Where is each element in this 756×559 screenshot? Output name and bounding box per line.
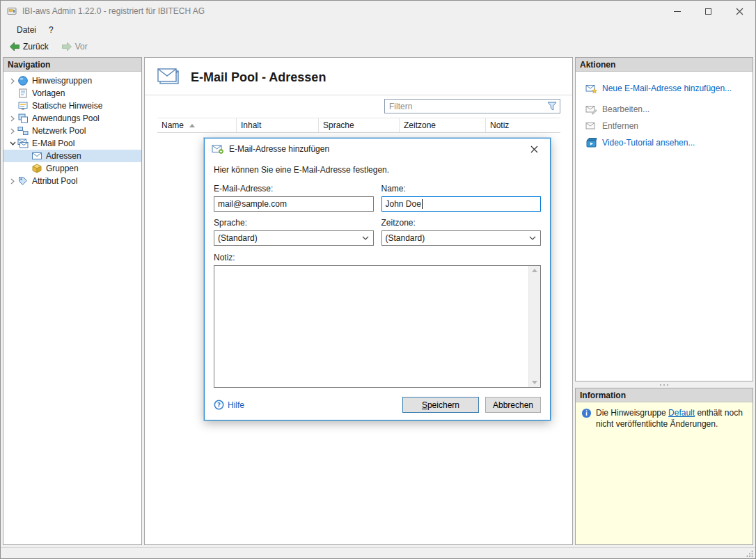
- name-label: Name:: [381, 184, 542, 194]
- help-link[interactable]: ? Hilfe: [214, 400, 244, 410]
- nav-item-hinweisgruppen[interactable]: Hinweisgruppen: [3, 74, 141, 87]
- remove-email-icon: [585, 120, 597, 132]
- app-icon: [6, 6, 17, 17]
- dialog-footer: ? Hilfe Speichern Abbrechen: [214, 397, 541, 413]
- statusbar: [1, 547, 755, 558]
- close-button[interactable]: [724, 1, 755, 22]
- minimize-icon: [674, 11, 681, 12]
- forward-label: Vor: [75, 42, 88, 52]
- nav-item-vorlagen[interactable]: Vorlagen: [3, 87, 141, 100]
- column-header-notiz[interactable]: Notiz: [486, 118, 560, 132]
- help-circle-icon: ?: [214, 400, 224, 410]
- addresses-icon: [31, 150, 42, 162]
- chevron-right-icon[interactable]: [8, 128, 17, 134]
- menu-help[interactable]: ?: [42, 23, 60, 37]
- email-pool-icon: [17, 138, 29, 149]
- templates-icon: [17, 88, 29, 99]
- dialog-titlebar[interactable]: E-Mail-Adresse hinzufügen: [205, 139, 550, 159]
- default-group-link[interactable]: Default: [668, 408, 695, 418]
- panel-splitter-handle[interactable]: [575, 381, 753, 388]
- forward-arrow-icon: [61, 42, 72, 52]
- edit-email-icon: [585, 104, 597, 115]
- cancel-button[interactable]: Abbrechen: [485, 397, 541, 413]
- toolbar: Zurück Vor: [1, 38, 755, 55]
- information-panel: Information Die Hinweisgruppe Default en…: [575, 388, 753, 545]
- nav-item-statische-hinweise[interactable]: Statische Hinweise: [3, 100, 141, 112]
- save-button[interactable]: Speichern: [402, 397, 479, 413]
- scroll-down-icon[interactable]: [532, 381, 537, 384]
- name-field[interactable]: John Doe: [381, 196, 542, 212]
- note-textarea[interactable]: [214, 266, 528, 387]
- language-dropdown[interactable]: (Standard): [214, 230, 374, 246]
- titlebar[interactable]: IBI-aws Admin 1.22.0 - registriert für I…: [1, 1, 755, 22]
- info-circle-icon: [581, 408, 592, 418]
- chevron-right-icon[interactable]: [8, 78, 17, 84]
- chevron-down-icon[interactable]: [8, 141, 17, 146]
- note-field-group: Notiz:: [214, 253, 541, 388]
- nav-item-gruppen[interactable]: Gruppen: [3, 162, 141, 175]
- note-label: Notiz:: [214, 253, 541, 262]
- maximize-button[interactable]: [693, 1, 724, 22]
- action-video-tutorial[interactable]: Video-Tutorial ansehen...: [583, 134, 753, 151]
- action-entfernen: Entfernen: [583, 118, 753, 134]
- nav-item-adressen[interactable]: Adressen: [3, 150, 141, 162]
- chevron-right-icon[interactable]: [8, 116, 17, 122]
- close-icon: [736, 8, 743, 15]
- static-hints-icon: [17, 100, 29, 111]
- filter-box: [384, 99, 560, 113]
- dialog-description: Hier können Sie eine E-Mail-Adresse fest…: [214, 165, 541, 175]
- language-field-group: Sprache: (Standard): [214, 218, 374, 246]
- information-body: Die Hinweisgruppe Default enthält noch n…: [576, 402, 753, 544]
- maximize-icon: [705, 8, 711, 15]
- email-field[interactable]: mail@sample.com: [214, 196, 374, 212]
- filter-input[interactable]: [389, 102, 547, 111]
- filter-row: [145, 95, 572, 118]
- app-window: IBI-aws Admin 1.22.0 - registriert für I…: [0, 0, 756, 559]
- back-button[interactable]: Zurück: [6, 40, 52, 53]
- name-field-group: Name: John Doe: [381, 184, 542, 212]
- nav-item-attribut-pool[interactable]: Attribut Pool: [3, 175, 141, 187]
- note-scrollbar[interactable]: [528, 266, 540, 387]
- nav-item-email-pool[interactable]: E-Mail Pool: [3, 137, 141, 150]
- dialog-title: E-Mail-Adresse hinzufügen: [229, 144, 329, 154]
- column-header-zeitzone[interactable]: Zeitzone: [400, 118, 486, 132]
- new-email-icon: [585, 83, 597, 94]
- chevron-down-icon: [362, 236, 369, 240]
- text-caret: [422, 199, 423, 209]
- nav-item-anwendungs-pool[interactable]: Anwendungs Pool: [3, 112, 141, 125]
- table-header: Name Inhalt Sprache Zeitzone Notiz: [157, 118, 560, 133]
- action-bearbeiten: Bearbeiten...: [583, 101, 753, 118]
- forward-button: Vor: [58, 40, 90, 53]
- resize-grip-icon[interactable]: [746, 549, 754, 558]
- dialog-body: Hier können Sie eine E-Mail-Adresse fest…: [205, 159, 550, 420]
- action-new-email-address[interactable]: Neue E-Mail-Adresse hinzufügen...: [583, 80, 753, 97]
- minimize-button[interactable]: [661, 1, 693, 22]
- column-header-inhalt[interactable]: Inhalt: [237, 118, 319, 132]
- email-label: E-Mail-Adresse:: [214, 184, 374, 194]
- dialog-close-button[interactable]: [519, 139, 550, 159]
- menu-datei[interactable]: Datei: [10, 23, 42, 37]
- actions-panel-header: Aktionen: [576, 58, 753, 72]
- actions-panel: Aktionen Neue E-Mail-Adresse hinzufügen.…: [575, 57, 753, 381]
- sort-ascending-icon: [189, 124, 195, 127]
- groups-icon: [31, 163, 42, 174]
- information-message: Die Hinweisgruppe Default enthält noch n…: [596, 407, 747, 430]
- window-title: IBI-aws Admin 1.22.0 - registriert für I…: [22, 6, 205, 16]
- add-email-dialog: E-Mail-Adresse hinzufügen Hier können Si…: [204, 138, 551, 420]
- email-pool-page-icon: [157, 68, 181, 86]
- navigation-tree: Hinweisgruppen Vorlagen Statische Hinwei…: [3, 72, 141, 544]
- note-textarea-wrap: [214, 265, 541, 388]
- navigation-panel-header: Navigation: [3, 58, 141, 72]
- nav-item-netzwerk-pool[interactable]: Netzwerk Pool: [3, 125, 141, 137]
- chevron-right-icon[interactable]: [8, 178, 17, 184]
- hint-groups-icon: [17, 75, 29, 86]
- filter-funnel-icon: [547, 102, 557, 111]
- back-arrow-icon: [9, 42, 20, 52]
- timezone-field-group: Zeitzone: (Standard): [381, 218, 542, 246]
- column-header-name[interactable]: Name: [157, 118, 237, 132]
- back-label: Zurück: [23, 42, 49, 52]
- column-header-sprache[interactable]: Sprache: [319, 118, 400, 132]
- timezone-dropdown[interactable]: (Standard): [381, 230, 542, 246]
- email-add-icon: [212, 144, 223, 154]
- scroll-up-icon[interactable]: [532, 269, 537, 272]
